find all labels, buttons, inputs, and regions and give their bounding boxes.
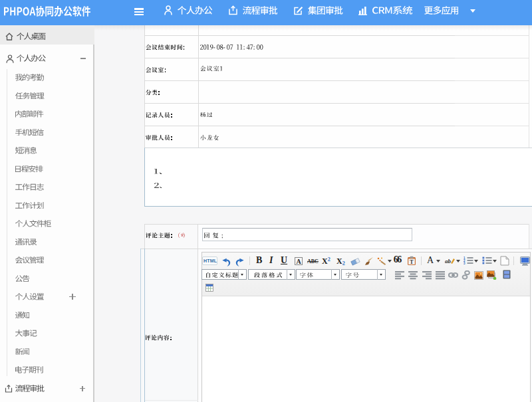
svg-text:T: T	[410, 259, 414, 265]
svg-text:3: 3	[464, 262, 466, 265]
svg-text:ab: ab	[445, 258, 452, 264]
